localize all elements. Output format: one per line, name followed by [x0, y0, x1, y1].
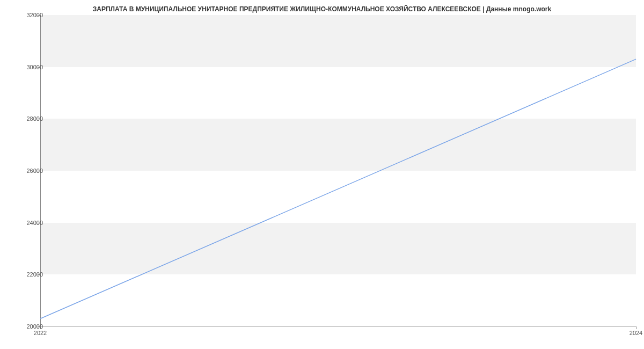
chart-plot-area: 20222024 — [40, 15, 636, 326]
y-tick-label: 20000 — [26, 323, 43, 330]
chart-line-svg — [40, 15, 636, 326]
x-tick-label: 2024 — [630, 330, 642, 336]
y-tick-label: 24000 — [26, 220, 43, 226]
x-tick-label: 2022 — [34, 330, 47, 336]
data-series-line — [40, 59, 636, 318]
chart-title: ЗАРПЛАТА В МУНИЦИПАЛЬНОЕ УНИТАРНОЕ ПРЕДП… — [0, 0, 644, 13]
y-tick-label: 30000 — [26, 64, 43, 70]
y-tick-label: 26000 — [26, 168, 43, 174]
y-tick-label: 32000 — [26, 12, 43, 18]
x-tick-mark — [636, 326, 636, 329]
y-tick-label: 28000 — [26, 115, 43, 122]
y-tick-label: 22000 — [26, 271, 43, 278]
